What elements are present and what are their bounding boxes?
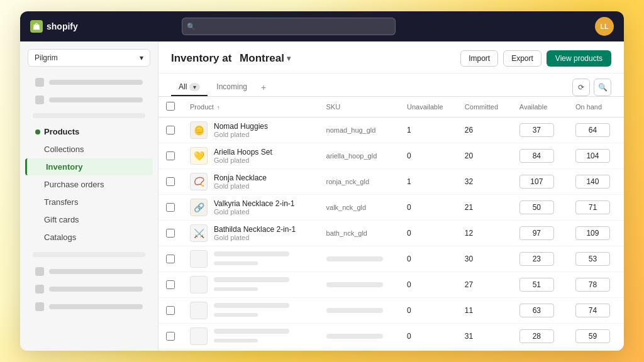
sidebar-item-products[interactable]: Products [25,123,153,140]
ghost-sku [326,282,383,287]
on-hand-input[interactable] [575,175,610,189]
unavailable-cell: 0 [399,195,457,221]
sidebar-item-transfers[interactable]: Transfers [25,194,153,211]
table-row: 🪙 Nomad Huggies Gold plated nomad_hug_gl… [158,118,624,143]
sidebar-item-inventory[interactable]: Inventory [25,158,153,175]
ghost-sku [326,334,383,339]
unavailable-cell: 0 [399,246,457,272]
avatar[interactable]: LL [595,17,614,36]
row-checkbox[interactable] [166,255,175,263]
table-row: 💛 Ariella Hoops Set Gold plated ariella_… [158,143,624,169]
row-checkbox[interactable] [166,177,175,186]
on-hand-input[interactable] [575,252,610,266]
product-cell [182,298,319,324]
table-row: 🔗 Valkyria Necklace 2-in-1 Gold plated v… [158,195,624,221]
sidebar-ghost-row-4 [25,281,153,297]
search-filter-button[interactable]: 🔍 [594,79,611,96]
available-input[interactable] [519,278,554,292]
unavailable-cell: 0 [399,298,457,324]
table-row: 027 [158,272,624,298]
row-checkbox[interactable] [166,229,175,238]
committed-cell: 31 [457,324,512,349]
products-active-dot [35,129,40,134]
available-cell [512,169,568,195]
product-cell: 🪙 Nomad Huggies Gold plated [182,118,319,143]
row-checkbox[interactable] [166,332,175,341]
col-product[interactable]: Product ↑ [182,97,319,118]
available-input[interactable] [519,123,554,137]
ghost-variant [214,261,258,265]
on-hand-input[interactable] [575,200,610,214]
tab-actions: ⟳ 🔍 [572,79,611,96]
sidebar-ghost-row-5 [25,299,153,315]
ghost-icon [35,267,44,276]
tab-add-button[interactable]: + [256,79,271,96]
tab-bar: All ▾ Incoming + ⟳ 🔍 [158,74,624,97]
row-checkbox[interactable] [166,280,175,289]
select-all-checkbox[interactable] [166,102,175,111]
sku-cell [319,298,400,324]
available-input[interactable] [519,149,554,163]
committed-cell: 27 [457,272,512,298]
on-hand-input[interactable] [575,123,610,137]
sidebar-item-collections[interactable]: Collections [25,141,153,158]
content-header: Inventory at Montreal ▾ Import Export Vi… [158,41,624,74]
import-button[interactable]: Import [460,50,498,67]
table-row: 031 [158,324,624,349]
tab-all[interactable]: All ▾ [171,79,208,96]
ghost-sku [326,256,383,261]
main-content: Inventory at Montreal ▾ Import Export Vi… [158,41,624,351]
sku-cell: valk_nck_gld [319,195,400,221]
refresh-button[interactable]: ⟳ [572,79,590,96]
on-hand-cell [568,349,624,351]
table-row: ⚔️ Bathilda Necklace 2-in-1 Gold plated … [158,221,624,246]
view-products-button[interactable]: View products [547,50,611,67]
available-input[interactable] [519,226,554,240]
tab-incoming[interactable]: Incoming [209,79,255,96]
sidebar-divider [33,113,145,118]
available-input[interactable] [519,175,554,189]
available-input[interactable] [519,252,554,266]
sidebar-item-purchase-orders[interactable]: Purchase orders [25,176,153,193]
sidebar-item-gift-cards[interactable]: Gift cards [25,211,153,228]
product-cell: 💛 Ariella Hoops Set Gold plated [182,143,319,169]
unavailable-cell: 0 [399,349,457,351]
available-input[interactable] [519,200,554,214]
search-input[interactable] [182,18,396,35]
location-name: Montreal [240,52,284,65]
committed-cell: 11 [457,298,512,324]
product-name: Ronja Necklace [214,173,267,182]
export-button[interactable]: Export [503,50,541,67]
table-row: 📿 Ronja Necklace Gold plated ronja_nck_g… [158,169,624,195]
row-checkbox[interactable] [166,126,175,134]
available-cell [512,221,568,246]
on-hand-cell [568,272,624,298]
ghost-variant [214,287,258,291]
location-dropdown[interactable]: Inventory at Montreal ▾ [171,52,291,65]
committed-cell: 32 [457,169,512,195]
committed-cell: 21 [457,195,512,221]
row-checkbox[interactable] [166,151,175,160]
available-input[interactable] [519,329,554,343]
product-variant: Gold plated [214,208,295,216]
on-hand-input[interactable] [575,329,610,343]
table-row: 08 [158,349,624,351]
row-checkbox[interactable] [166,306,175,315]
row-checkbox[interactable] [166,203,175,212]
product-cell [182,246,319,272]
on-hand-input[interactable] [575,304,610,317]
available-input[interactable] [519,304,554,317]
table-row: 030 [158,246,624,272]
on-hand-input[interactable] [575,149,610,163]
on-hand-input[interactable] [575,226,610,240]
unavailable-cell: 0 [399,221,457,246]
committed-cell: 8 [457,349,512,351]
on-hand-input[interactable] [575,278,610,292]
unavailable-cell: 1 [399,169,457,195]
sku-cell [319,246,400,272]
sidebar-item-catalogs[interactable]: Catalogs [25,229,153,246]
committed-cell: 20 [457,143,512,169]
product-cell: ⚔️ Bathilda Necklace 2-in-1 Gold plated [182,221,319,246]
store-selector[interactable]: Pilgrim ▾ [28,49,150,67]
unavailable-cell: 0 [399,324,457,349]
